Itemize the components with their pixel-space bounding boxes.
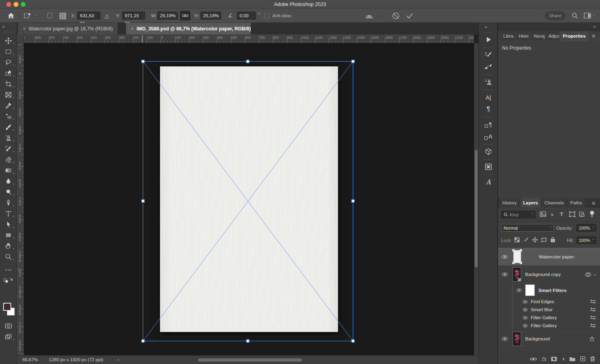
filter-pixel-layers-icon[interactable] <box>540 211 546 217</box>
smart-filter-item[interactable]: Filter Gallery <box>512 314 600 322</box>
opacity-field[interactable]: 100% ˇ <box>576 224 596 232</box>
layer-row-watercolor-paper[interactable]: Watercolor paper <box>498 248 600 266</box>
filter-blending-options-icon[interactable] <box>590 299 596 304</box>
filter-adjustment-layers-icon[interactable]: ◑ <box>550 211 553 218</box>
workspace-chevron-icon[interactable]: ˇ <box>593 14 595 18</box>
lock-artboard-icon[interactable] <box>541 237 547 243</box>
horizontal-ruler[interactable]: 0090080070060050040030020010001002003004… <box>17 34 474 43</box>
close-tab-icon[interactable]: × <box>131 26 134 32</box>
layer-thumbnail[interactable] <box>512 249 522 264</box>
layers-panel-menu-icon[interactable]: ≡ <box>592 200 595 206</box>
width-field[interactable]: 25,19% <box>157 12 178 20</box>
paragraph-styles-panel-icon[interactable]: ¶ <box>480 119 497 130</box>
filter-blending-options-icon[interactable] <box>590 315 596 320</box>
adjustment-layer-icon[interactable]: ◑ <box>562 356 565 362</box>
status-expand-icon[interactable]: › <box>118 357 119 362</box>
expand-dock-icon[interactable]: « <box>485 24 488 29</box>
share-button[interactable]: Share <box>545 11 566 20</box>
smart-filters-row[interactable]: Smart Filters <box>512 283 600 298</box>
tab-libraries[interactable]: Libra <box>500 31 515 41</box>
transform-handle[interactable] <box>142 200 144 202</box>
visibility-eye-icon[interactable] <box>512 288 525 292</box>
lock-transparency-icon[interactable] <box>514 237 520 243</box>
workspace-switcher-icon[interactable] <box>584 12 591 19</box>
3d-panel-icon[interactable] <box>480 146 497 157</box>
transform-handle[interactable] <box>352 200 354 202</box>
zoom-tool[interactable] <box>0 251 17 262</box>
vertical-scrollbar[interactable] <box>474 43 478 355</box>
panel-menu-icon[interactable]: ≡ <box>592 33 595 39</box>
history-brush-tool[interactable] <box>0 143 17 154</box>
object-selection-tool[interactable] <box>0 68 17 78</box>
tab-navigator[interactable]: Navig <box>531 31 545 41</box>
rectangular-marquee-tool[interactable] <box>0 46 17 57</box>
spot-healing-tool[interactable] <box>0 111 17 122</box>
smart-filter-mask-thumbnail[interactable] <box>525 284 535 296</box>
tool-preset-chevron-icon[interactable]: ˇ <box>35 14 36 18</box>
actions-panel-icon[interactable] <box>480 34 497 45</box>
shape-tool[interactable] <box>0 230 17 240</box>
search-icon[interactable] <box>572 12 578 19</box>
visibility-eye-icon[interactable] <box>498 255 512 259</box>
blur-tool[interactable] <box>0 176 17 186</box>
tab-histogram[interactable]: Histc <box>516 31 530 41</box>
relative-position-icon[interactable]: △ <box>105 13 109 19</box>
tab-properties[interactable]: Properties <box>560 31 588 41</box>
filter-smart-objects-icon[interactable] <box>579 211 585 217</box>
foreground-color-swatch[interactable] <box>3 303 11 311</box>
gradient-tool[interactable] <box>0 165 17 176</box>
transform-handle[interactable] <box>246 340 249 342</box>
brush-tool[interactable] <box>0 122 17 132</box>
tab-layers[interactable]: Layers <box>520 198 541 208</box>
tab-adjustments[interactable]: Adjus <box>546 31 559 41</box>
vertical-ruler[interactable]: 2001000100200300400500600700800900100011… <box>17 43 24 355</box>
x-position-field[interactable]: 631,63 px <box>77 12 100 20</box>
move-tool[interactable] <box>0 35 17 46</box>
transform-handle[interactable] <box>352 340 354 342</box>
visibility-eye-icon[interactable] <box>498 272 512 276</box>
layer-row-background[interactable]: Background <box>498 330 600 348</box>
edit-toolbar-icon[interactable] <box>0 264 17 275</box>
horizontal-scrollbar-thumb[interactable] <box>198 358 302 362</box>
clone-stamp-tool[interactable] <box>0 132 17 143</box>
transform-handle[interactable] <box>142 340 144 342</box>
path-selection-tool[interactable] <box>0 219 17 230</box>
y-position-field[interactable]: 971,15 px <box>122 12 145 20</box>
document-tab-active[interactable]: × IMG_3588.psd @ 66,7% (Watercolor paper… <box>126 23 251 34</box>
visibility-eye-icon[interactable] <box>520 324 531 328</box>
visibility-eye-icon[interactable] <box>498 337 512 341</box>
pen-tool[interactable] <box>0 197 17 208</box>
lock-all-icon[interactable] <box>550 236 556 243</box>
warp-mode-icon[interactable] <box>365 12 373 19</box>
new-group-icon[interactable] <box>569 356 576 362</box>
type-tool[interactable] <box>0 208 17 219</box>
tab-paths[interactable]: Paths <box>567 198 584 208</box>
layer-filter-kind-dropdown[interactable]: Kind ˇ <box>501 211 536 218</box>
zoom-level[interactable]: 66,67% <box>22 357 38 362</box>
vertical-scrollbar-thumb[interactable] <box>475 150 478 267</box>
close-tab-icon[interactable]: × <box>23 26 26 32</box>
home-icon[interactable] <box>7 12 15 20</box>
smart-filter-item[interactable]: Filter Gallery <box>512 322 600 330</box>
maintain-aspect-ratio-button[interactable] <box>180 11 190 20</box>
fill-field[interactable]: 100% ˇ <box>576 236 596 244</box>
glyphs-panel-icon[interactable]: A <box>480 176 497 188</box>
character-styles-panel-icon[interactable]: A <box>480 131 497 142</box>
filter-blending-options-icon[interactable] <box>590 307 596 312</box>
visibility-eye-icon[interactable] <box>520 316 531 320</box>
visibility-eye-icon[interactable] <box>520 300 531 304</box>
smart-filter-badge-icon[interactable] <box>585 272 592 277</box>
cancel-transform-icon[interactable] <box>392 12 400 20</box>
link-layers-icon[interactable] <box>530 356 537 362</box>
reference-point-locator-icon[interactable] <box>59 12 66 20</box>
tab-history[interactable]: History <box>500 198 520 208</box>
filtering-toggle[interactable] <box>589 210 595 218</box>
hand-tool[interactable] <box>0 240 17 251</box>
height-field[interactable]: 25,19% <box>200 12 221 20</box>
layer-row-background-copy[interactable]: Background copy ︿ <box>498 266 600 283</box>
layer-thumbnail[interactable] <box>512 332 521 346</box>
tab-channels[interactable]: Channels <box>542 198 567 208</box>
canvas[interactable] <box>24 43 474 355</box>
lasso-tool[interactable] <box>0 57 17 68</box>
crop-tool[interactable] <box>0 78 17 89</box>
